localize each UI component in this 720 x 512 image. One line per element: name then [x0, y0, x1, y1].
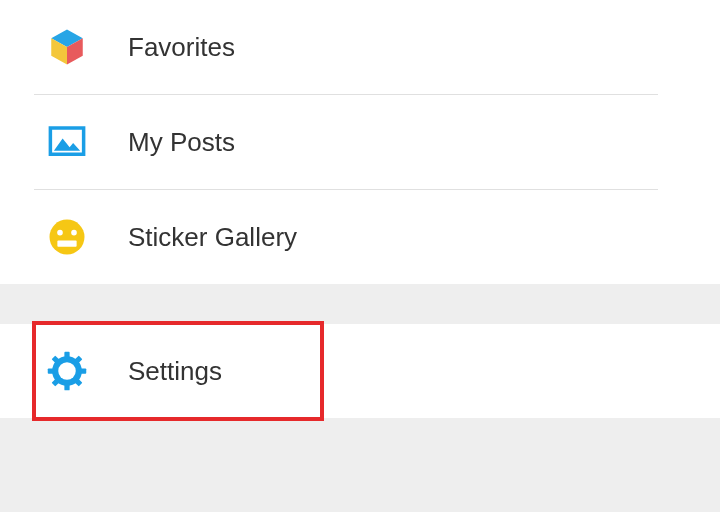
menu-item-label: My Posts — [128, 127, 235, 158]
menu-group-main: Favorites My Posts Stick — [0, 0, 720, 284]
menu-item-label: Favorites — [128, 32, 235, 63]
image-icon — [44, 119, 90, 165]
menu-item-sticker-gallery[interactable]: Sticker Gallery — [0, 190, 720, 284]
section-gap — [0, 284, 720, 324]
svg-rect-13 — [48, 368, 55, 373]
svg-rect-12 — [64, 383, 69, 390]
svg-marker-4 — [54, 139, 80, 151]
svg-rect-8 — [57, 241, 76, 247]
smiley-icon — [44, 214, 90, 260]
svg-rect-14 — [79, 368, 86, 373]
svg-point-10 — [58, 362, 76, 380]
svg-point-6 — [57, 230, 63, 236]
menu-item-my-posts[interactable]: My Posts — [0, 95, 720, 189]
menu-group-settings: Settings — [0, 324, 720, 418]
menu-item-favorites[interactable]: Favorites — [0, 0, 720, 94]
menu-item-settings[interactable]: Settings — [0, 324, 720, 418]
svg-rect-11 — [64, 352, 69, 359]
svg-point-5 — [50, 220, 85, 255]
cube-icon — [44, 24, 90, 70]
svg-point-7 — [71, 230, 77, 236]
menu-item-label: Settings — [128, 356, 222, 387]
gear-icon — [44, 348, 90, 394]
menu-item-label: Sticker Gallery — [128, 222, 297, 253]
